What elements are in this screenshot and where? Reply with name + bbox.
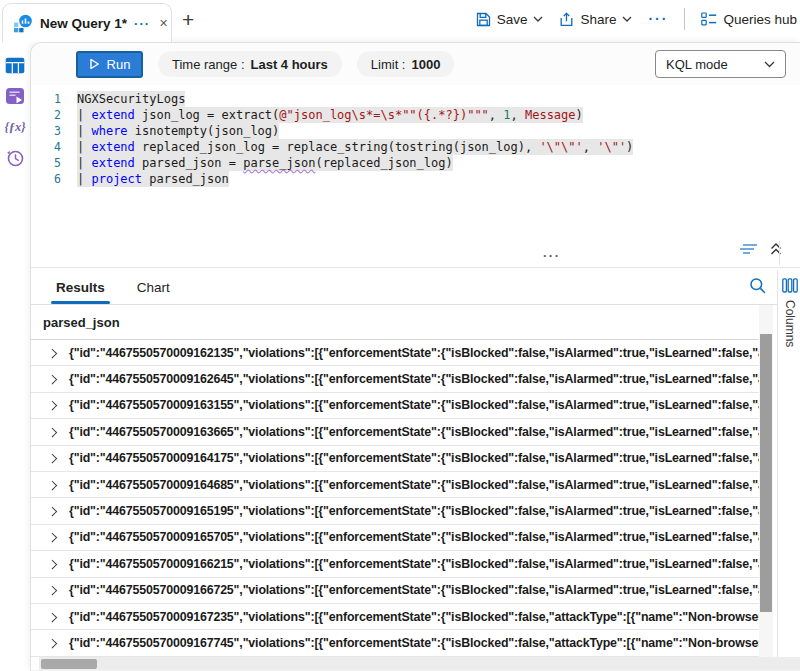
table-row[interactable]: {"id":"4467550570009163155","violations"…: [31, 393, 759, 419]
row-json-text: {"id":"4467550570009164685","violations"…: [69, 478, 759, 492]
table-row[interactable]: {"id":"4467550570009162645","violations"…: [31, 366, 759, 392]
table-icon: [5, 57, 25, 74]
row-json-text: {"id":"4467550570009166215","violations"…: [69, 557, 759, 571]
kql-mode-select[interactable]: KQL mode: [655, 50, 786, 78]
table-row[interactable]: {"id":"4467550570009164685","violations"…: [31, 472, 759, 498]
line-number: 6: [31, 171, 61, 187]
column-header-parsed-json[interactable]: parsed_json: [31, 305, 759, 340]
query-tab[interactable]: New Query 1* ··· ✕: [2, 3, 172, 42]
collapse-results-icon[interactable]: [769, 242, 783, 256]
save-icon: [476, 12, 491, 27]
queries-hub-button[interactable]: Queries hub: [701, 12, 797, 27]
query-editor[interactable]: 1NGXSecurityLogs2| extend json_log = ext…: [31, 87, 800, 241]
table-row[interactable]: {"id":"4467550570009165195","violations"…: [31, 498, 759, 524]
more-actions-button[interactable]: ···: [648, 11, 668, 27]
expand-row-icon[interactable]: [49, 533, 57, 541]
code-line[interactable]: 5| extend parsed_json = parse_json(repla…: [31, 155, 800, 171]
new-tab-button[interactable]: +: [182, 8, 194, 32]
document-play-icon: [5, 87, 25, 105]
vertical-scrollbar-thumb[interactable]: [760, 334, 772, 612]
save-button[interactable]: Save: [476, 12, 544, 27]
code-line[interactable]: 2| extend json_log = extract(@"json_log\…: [31, 107, 800, 123]
table-row[interactable]: {"id":"4467550570009163665","violations"…: [31, 419, 759, 445]
results-grid: {"id":"4467550570009162135","violations"…: [31, 340, 759, 657]
table-row[interactable]: {"id":"4467550570009167235","violations"…: [31, 604, 759, 630]
line-number: 1: [31, 91, 61, 107]
table-row[interactable]: {"id":"4467550570009164175","violations"…: [31, 446, 759, 472]
left-rail: {ƒx}: [0, 42, 30, 671]
tab-close-icon[interactable]: ✕: [159, 17, 168, 30]
tab-bar: New Query 1* ··· ✕ + Save: [0, 0, 800, 42]
header-actions: Save Share ···: [476, 8, 797, 30]
save-chevron-icon: [533, 16, 543, 22]
row-json-text: {"id":"4467550570009166725","violations"…: [69, 583, 759, 597]
row-json-text: {"id":"4467550570009162135","violations"…: [69, 346, 759, 360]
share-chevron-icon: [622, 16, 632, 22]
expand-row-icon[interactable]: [49, 454, 57, 462]
function-icon: {ƒx}: [4, 120, 25, 135]
row-json-text: {"id":"4467550570009167745","violations"…: [69, 636, 759, 650]
expand-row-icon[interactable]: [49, 481, 57, 489]
results-tab-strip: Results Chart: [31, 268, 777, 305]
tab-results[interactable]: Results: [56, 280, 105, 304]
line-number: 4: [31, 139, 61, 155]
expand-row-icon[interactable]: [49, 349, 57, 357]
horizontal-scrollbar[interactable]: [39, 657, 800, 670]
run-button[interactable]: Run: [76, 51, 143, 78]
table-row[interactable]: {"id":"4467550570009167745","violations"…: [31, 630, 759, 656]
tab-more-icon[interactable]: ···: [134, 16, 150, 31]
chevron-down-icon: [764, 61, 775, 68]
tab-chart[interactable]: Chart: [137, 280, 170, 304]
expand-row-icon[interactable]: [49, 586, 57, 594]
results-section: Results Chart parsed_json {"id":"4467550…: [31, 267, 800, 671]
code-line[interactable]: 3| where isnotempty(json_log): [31, 123, 800, 139]
sidebar-item-tables[interactable]: [4, 55, 26, 75]
results-summary-icon[interactable]: [739, 242, 760, 256]
horizontal-scrollbar-thumb[interactable]: [41, 659, 97, 669]
expand-row-icon[interactable]: [49, 428, 57, 436]
table-row[interactable]: {"id":"4467550570009165705","violations"…: [31, 525, 759, 551]
time-range-pill[interactable]: Time range : Last 4 hours: [158, 51, 342, 77]
adx-query-page: { "tab_bar": { "tab_title": "New Query 1…: [0, 0, 800, 671]
expand-row-icon[interactable]: [49, 401, 57, 409]
columns-icon: [782, 278, 798, 293]
row-json-text: {"id":"4467550570009163665","violations"…: [69, 425, 759, 439]
sidebar-item-history[interactable]: [4, 148, 26, 168]
share-icon: [559, 12, 574, 27]
tab-title: New Query 1*: [40, 16, 127, 31]
queries-hub-icon: [701, 12, 717, 26]
expand-row-icon[interactable]: [49, 639, 57, 647]
play-icon: [89, 58, 100, 70]
limit-pill[interactable]: Limit : 1000: [357, 51, 455, 77]
row-json-text: {"id":"4467550570009165705","violations"…: [69, 530, 759, 544]
row-json-text: {"id":"4467550570009165195","violations"…: [69, 504, 759, 518]
table-row[interactable]: {"id":"4467550570009166725","violations"…: [31, 578, 759, 604]
expand-row-icon[interactable]: [49, 613, 57, 621]
columns-panel-toggle[interactable]: Columns: [777, 270, 800, 657]
share-button[interactable]: Share: [559, 12, 632, 27]
columns-panel-label: Columns: [783, 300, 797, 347]
code-line[interactable]: 1NGXSecurityLogs: [31, 91, 800, 107]
splitter-handle[interactable]: ···: [543, 248, 561, 263]
header-divider: [684, 8, 685, 30]
query-toolbar: Run Time range : Last 4 hours Limit : 10…: [31, 43, 800, 85]
line-number: 5: [31, 155, 61, 171]
search-icon[interactable]: [749, 277, 767, 295]
vertical-scrollbar[interactable]: [759, 305, 773, 657]
expand-row-icon[interactable]: [49, 560, 57, 568]
sidebar-item-views[interactable]: [4, 86, 26, 106]
expand-row-icon[interactable]: [49, 375, 57, 383]
history-icon: [5, 148, 25, 168]
adx-logo-icon: [13, 14, 33, 33]
table-row[interactable]: {"id":"4467550570009166215","violations"…: [31, 551, 759, 577]
row-json-text: {"id":"4467550570009162645","violations"…: [69, 372, 759, 386]
query-panel: Run Time range : Last 4 hours Limit : 10…: [30, 42, 800, 671]
sidebar-item-functions[interactable]: {ƒx}: [4, 117, 26, 137]
row-json-text: {"id":"4467550570009167235","violations"…: [69, 610, 759, 624]
row-json-text: {"id":"4467550570009163155","violations"…: [69, 398, 759, 412]
code-line[interactable]: 4| extend replaced_json_log = replace_st…: [31, 139, 800, 155]
row-json-text: {"id":"4467550570009164175","violations"…: [69, 451, 759, 465]
expand-row-icon[interactable]: [49, 507, 57, 515]
code-line[interactable]: 6| project parsed_json: [31, 171, 800, 187]
table-row[interactable]: {"id":"4467550570009162135","violations"…: [31, 340, 759, 366]
